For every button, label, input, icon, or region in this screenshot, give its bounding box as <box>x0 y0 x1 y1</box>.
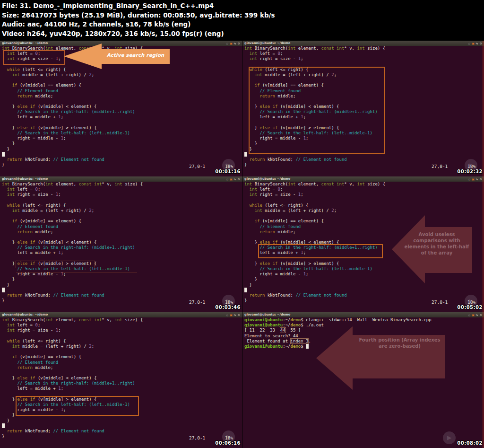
video-info-line: Video: h264, yuv420p, 1280x720, 316 kb/s… <box>2 29 484 39</box>
block-cursor <box>244 152 247 157</box>
window-badge-icon[interactable]: ▣ <box>472 177 475 181</box>
window-title: giovanni@ubuntu: ~/demo <box>244 41 290 46</box>
file-size-line: Size: 26417073 bytes (25.19 MiB), durati… <box>2 11 484 20</box>
code-line: } else if (v[middle] > element) { <box>2 125 143 131</box>
code-line: // Search in the left-half: (left..middl… <box>244 266 385 272</box>
window-titlebar: giovanni@ubuntu: ~/demo ◇▣⇆⚙ <box>242 312 484 317</box>
titlebar-icons: ◇▣⇆⚙ <box>467 176 482 182</box>
resize-arrows-icon[interactable]: ⇆ <box>234 313 236 316</box>
window-titlebar: giovanni@ubuntu: ~/demo ◇▣⇆⚙ <box>0 41 242 46</box>
code-line: // Element found <box>244 224 385 229</box>
chevron-icon[interactable]: ◇ <box>226 177 228 181</box>
titlebar-icons: ◇▣⇆⚙ <box>467 312 482 317</box>
resize-arrows-icon[interactable]: ⇆ <box>476 42 478 45</box>
code-line: return kNotFound; // Element not found <box>244 157 385 162</box>
highlight-box-faint <box>16 261 95 268</box>
code-line <box>2 99 143 104</box>
chevron-icon[interactable]: ◇ <box>226 313 228 316</box>
code-line: left = middle + 1; <box>2 114 143 120</box>
vim-cursor-position: 27,0-1 <box>189 164 205 169</box>
frame-timestamp: 00:06:16 <box>215 440 241 446</box>
titlebar-icons: ◇▣⇆⚙ <box>225 176 240 182</box>
code-line <box>2 349 143 354</box>
vim-scroll-percent: 18% <box>467 164 475 169</box>
code-line: left = middle + 1; <box>2 250 143 255</box>
code-line: // Search in the left-half: (left..middl… <box>2 131 143 136</box>
gear-icon[interactable]: ⚙ <box>238 313 240 316</box>
vim-cursor-position: 27,0-1 <box>189 435 205 440</box>
frame-timestamp: 00:05:02 <box>457 305 483 310</box>
code-line: left = middle + 1; <box>2 386 143 391</box>
code-line: return kNotFound; // Element not found <box>2 157 143 162</box>
code-line: } <box>2 162 143 167</box>
window-badge-icon[interactable]: ▣ <box>230 42 233 45</box>
chevron-icon[interactable]: ◇ <box>226 42 228 45</box>
frame-timestamp: 00:08:02 <box>457 440 483 446</box>
code-line: // Search in the right-half: (middle+1..… <box>2 381 143 386</box>
highlight-box <box>3 50 65 65</box>
frame-timestamp: 00:03:46 <box>215 305 241 310</box>
gear-icon[interactable]: ⚙ <box>238 177 240 181</box>
window-title: giovanni@ubuntu: ~/demo <box>244 176 290 182</box>
highlight-box <box>258 244 383 258</box>
vim-code-area: int BinarySearch(int element, const int*… <box>244 182 385 303</box>
frame-panel-2: giovanni@ubuntu: ~/demo ◇▣⇆⚙ int BinaryS… <box>242 41 484 176</box>
code-line: int right = size - 1; <box>244 56 385 61</box>
code-line: int middle = (left + right) / 2; <box>244 208 385 213</box>
resize-arrows-icon[interactable]: ⇆ <box>234 177 236 181</box>
code-line: int BinarySearch(int element, const int*… <box>2 317 143 323</box>
chevron-icon[interactable]: ◇ <box>468 313 470 316</box>
code-line: return middle; <box>2 229 143 235</box>
resize-arrows-icon[interactable]: ⇆ <box>476 313 478 316</box>
code-line: if (v[middle] == element) { <box>2 219 143 224</box>
window-titlebar: giovanni@ubuntu: ~/demo ◇▣⇆⚙ <box>0 176 242 182</box>
gear-icon[interactable]: ⚙ <box>238 42 240 45</box>
chevron-icon[interactable]: ◇ <box>468 177 470 181</box>
window-title: giovanni@ubuntu: ~/demo <box>2 176 48 182</box>
code-line: } <box>2 434 143 439</box>
code-line <box>2 288 143 293</box>
code-line: } <box>2 147 143 152</box>
resize-arrows-icon[interactable]: ⇆ <box>476 177 478 181</box>
code-line: } <box>2 282 143 288</box>
code-line <box>2 78 143 83</box>
highlight-box <box>16 396 139 416</box>
frame-panel-3: giovanni@ubuntu: ~/demo ◇▣⇆⚙ int BinaryS… <box>0 176 242 312</box>
faded-overlay-edge <box>16 272 137 273</box>
code-line: int left = 0; <box>2 323 143 328</box>
code-line <box>244 288 385 293</box>
code-line <box>2 423 143 429</box>
window-badge-icon[interactable]: ▣ <box>472 313 475 316</box>
resize-arrows-icon[interactable]: ⇆ <box>234 42 236 45</box>
code-line: return kNotFound; // Element not found <box>244 293 385 298</box>
window-badge-icon[interactable]: ▣ <box>230 177 233 181</box>
code-line: // Search in the right-half: (middle+1..… <box>2 245 143 250</box>
window-title: giovanni@ubuntu: ~/demo <box>2 41 48 46</box>
window-badge-icon[interactable]: ▣ <box>230 313 233 316</box>
code-line: int left = 0; <box>2 187 143 192</box>
code-line: } else if (v[middle] < element) { <box>2 240 143 245</box>
code-line <box>244 198 385 203</box>
code-line: return middle; <box>244 229 385 235</box>
code-line: } <box>244 277 385 282</box>
gear-icon[interactable]: ⚙ <box>480 42 482 45</box>
code-line: int right = size - 1; <box>2 192 143 197</box>
frame-panel-4: giovanni@ubuntu: ~/demo ◇▣⇆⚙ int BinaryS… <box>242 176 484 312</box>
titlebar-icons: ◇▣⇆⚙ <box>225 312 240 317</box>
gear-icon[interactable]: ⚙ <box>480 177 482 181</box>
window-badge-icon[interactable]: ▣ <box>472 42 475 45</box>
frame-panel-5: giovanni@ubuntu: ~/demo ◇▣⇆⚙ int BinaryS… <box>0 312 242 448</box>
code-line: int middle = (left + right) / 2; <box>2 344 143 349</box>
code-line: right = middle - 1; <box>2 136 143 141</box>
code-line: int middle = (left + right) / 2; <box>2 72 143 78</box>
titlebar-icons: ◇▣⇆⚙ <box>467 41 482 46</box>
vim-scroll-percent: 18% <box>467 299 475 305</box>
chevron-icon[interactable]: ◇ <box>468 42 470 45</box>
code-line: return middle; <box>2 365 143 370</box>
code-line: int right = size - 1; <box>244 192 385 197</box>
vim-code-area: int BinarySearch(int element, const int*… <box>2 182 143 303</box>
gear-icon[interactable]: ⚙ <box>480 313 482 316</box>
media-info-header: File: 31. Demo_-_Implementing_Binary_Sea… <box>0 0 484 41</box>
vim-cursor-position: 27,0-1 <box>189 299 205 305</box>
code-line: return middle; <box>2 94 143 99</box>
